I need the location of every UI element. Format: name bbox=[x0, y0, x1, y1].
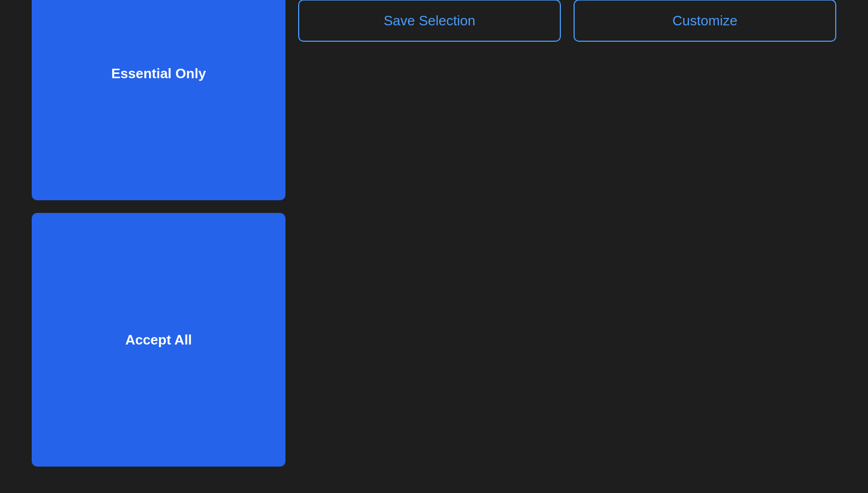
essential-only-button[interactable]: Essential Only bbox=[32, 0, 285, 200]
action-buttons: Save Selection Customize bbox=[298, 0, 836, 42]
lower-section: Essential Only Accept All ESSENTIAL ANAL… bbox=[32, 0, 836, 467]
cookie-modal: × 🍪 Cookies We use cookies to improve us… bbox=[0, 0, 868, 493]
right-section: ESSENTIAL ANALYTICAL FUNCTIONAL TARGETIN… bbox=[298, 0, 836, 42]
save-selection-button[interactable]: Save Selection bbox=[298, 0, 561, 42]
accept-all-button[interactable]: Accept All bbox=[32, 213, 285, 467]
customize-button[interactable]: Customize bbox=[574, 0, 836, 42]
left-buttons: Essential Only Accept All bbox=[32, 0, 285, 467]
